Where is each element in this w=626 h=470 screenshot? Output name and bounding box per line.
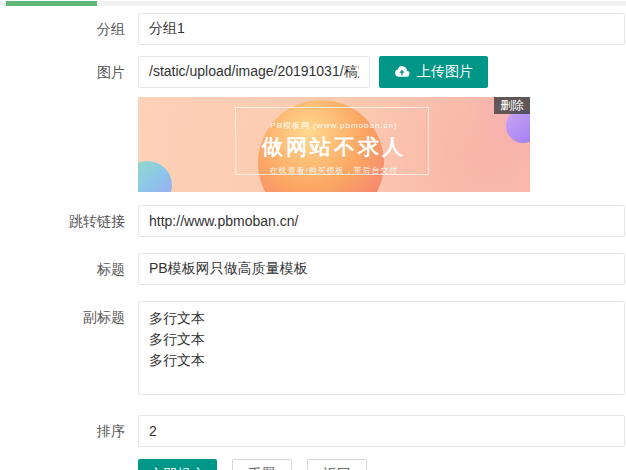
sort-row: 排序 — [0, 415, 626, 447]
link-label: 跳转链接 — [0, 205, 125, 237]
back-button[interactable]: 返回 — [307, 459, 367, 470]
image-row: 图片 上传图片 — [0, 56, 626, 88]
sort-label: 排序 — [0, 415, 125, 447]
title-label: 标题 — [0, 253, 125, 285]
subtitle-row: 副标题 — [0, 301, 626, 399]
banner-text: PB模板网 (www.pbmoban.cn) 做网站不求人 在线查看/购买模板，… — [138, 97, 530, 192]
group-label: 分组 — [0, 13, 125, 45]
link-input[interactable] — [138, 205, 625, 237]
subtitle-label: 副标题 — [0, 301, 125, 333]
image-preview: PB模板网 (www.pbmoban.cn) 做网站不求人 在线查看/购买模板，… — [138, 97, 530, 192]
title-input[interactable] — [138, 253, 625, 285]
banner-line3: 在线查看/购买模板，带后台交付 — [269, 165, 398, 176]
delete-image-button[interactable]: 删除 — [494, 97, 530, 114]
edit-form: 分组 图片 上传图片 PB模板网 (www.pbmoban.cn) 做网站不求人… — [0, 6, 626, 470]
cloud-upload-icon — [394, 64, 410, 80]
image-path-input[interactable] — [138, 56, 370, 88]
reset-button[interactable]: 重置 — [232, 459, 292, 470]
banner-line2: 做网站不求人 — [262, 133, 406, 161]
submit-button[interactable]: 立即提交 — [138, 459, 217, 470]
banner-image: PB模板网 (www.pbmoban.cn) 做网站不求人 在线查看/购买模板，… — [138, 97, 530, 192]
form-actions: 立即提交 重置 返回 — [138, 459, 626, 470]
group-row: 分组 — [0, 13, 626, 45]
subtitle-textarea[interactable] — [138, 301, 625, 395]
banner-line1: PB模板网 (www.pbmoban.cn) — [270, 120, 397, 131]
link-row: 跳转链接 — [0, 205, 626, 237]
sort-input[interactable] — [138, 415, 625, 447]
title-row: 标题 — [0, 253, 626, 285]
upload-image-button[interactable]: 上传图片 — [379, 56, 488, 88]
image-label: 图片 — [0, 56, 125, 88]
upload-button-label: 上传图片 — [417, 63, 473, 81]
group-input[interactable] — [138, 13, 625, 45]
